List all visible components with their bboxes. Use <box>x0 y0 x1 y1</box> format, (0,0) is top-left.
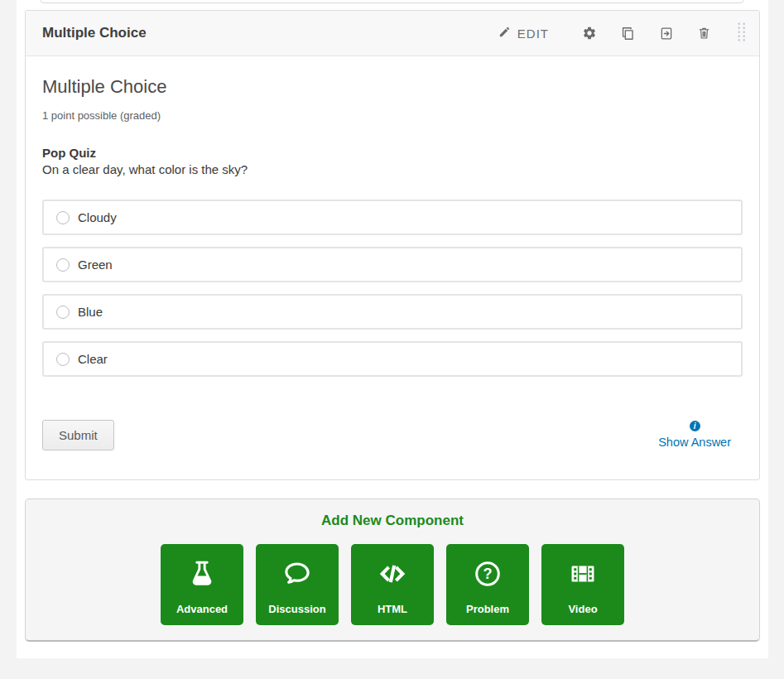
radio-button[interactable] <box>56 211 70 224</box>
drag-handle-icon <box>738 31 746 44</box>
component-actions: EDIT <box>495 19 751 47</box>
move-icon <box>659 26 674 41</box>
add-button-label: Video <box>541 603 624 615</box>
add-button-label: HTML <box>351 603 434 615</box>
speech-bubble-icon <box>256 558 339 590</box>
choice-option[interactable]: Green <box>42 247 743 282</box>
flask-icon <box>161 558 243 590</box>
submit-row: Submit i Show Answer <box>42 420 743 450</box>
choice-option[interactable]: Blue <box>42 294 743 330</box>
component-title: Multiple Choice <box>42 25 147 41</box>
choice-option[interactable]: Cloudy <box>42 200 743 235</box>
content-area: Multiple Choice EDIT <box>17 0 768 658</box>
question-text: On a clear day, what color is the sky? <box>42 162 743 176</box>
edit-button-label: EDIT <box>517 26 549 41</box>
add-button-label: Advanced <box>161 603 243 615</box>
problem-points: 1 point possible (graded) <box>42 109 743 122</box>
previous-component-edge <box>40 0 744 3</box>
choice-label: Clear <box>78 352 108 366</box>
add-html-button[interactable]: HTML <box>351 544 434 625</box>
settings-button[interactable] <box>579 22 600 44</box>
add-video-button[interactable]: Video <box>541 544 624 625</box>
duplicate-button[interactable] <box>617 22 639 45</box>
edit-button[interactable]: EDIT <box>495 22 552 44</box>
delete-button[interactable] <box>694 22 714 44</box>
choice-label: Green <box>78 258 113 272</box>
question-circle-icon: ? <box>446 558 529 590</box>
add-component-title: Add New Component <box>26 513 759 529</box>
add-component-panel: Add New Component Advanced Discussion HT… <box>25 498 760 642</box>
add-discussion-button[interactable]: Discussion <box>256 544 339 625</box>
info-icon: i <box>690 421 700 431</box>
move-button[interactable] <box>656 22 677 45</box>
component-card-header: Multiple Choice EDIT <box>26 11 759 56</box>
radio-button[interactable] <box>56 306 70 319</box>
choice-option[interactable]: Clear <box>42 341 743 377</box>
question-heading: Pop Quiz <box>42 146 743 160</box>
add-component-buttons: Advanced Discussion HTML ? Problem <box>26 544 759 625</box>
submit-button[interactable]: Submit <box>42 420 114 450</box>
delete-icon <box>697 26 711 41</box>
component-card: Multiple Choice EDIT <box>25 10 760 480</box>
film-icon <box>541 558 624 590</box>
add-button-label: Discussion <box>256 603 339 615</box>
choice-group: Cloudy Green Blue Clear <box>42 200 743 377</box>
add-advanced-button[interactable]: Advanced <box>161 544 243 625</box>
pencil-icon <box>498 26 511 41</box>
radio-button[interactable] <box>56 258 70 272</box>
code-icon <box>351 558 434 590</box>
radio-button[interactable] <box>56 353 70 366</box>
problem-body: Multiple Choice 1 point possible (graded… <box>26 56 759 450</box>
svg-text:?: ? <box>483 566 492 582</box>
duplicate-icon <box>620 26 636 41</box>
choice-label: Blue <box>78 305 103 319</box>
gear-icon <box>582 26 597 41</box>
problem-title: Multiple Choice <box>42 76 743 98</box>
drag-handle[interactable] <box>733 19 751 47</box>
add-button-label: Problem <box>446 603 529 615</box>
choice-label: Cloudy <box>78 210 117 224</box>
show-answer-button[interactable]: i Show Answer <box>658 421 731 450</box>
add-problem-button[interactable]: ? Problem <box>446 544 529 625</box>
show-answer-label: Show Answer <box>658 436 731 449</box>
